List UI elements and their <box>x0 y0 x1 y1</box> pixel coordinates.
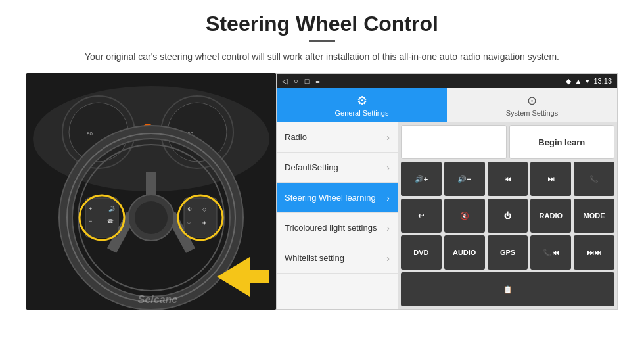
general-settings-icon: ⚙ <box>357 93 367 108</box>
title-divider <box>309 40 335 42</box>
mute-icon: 🔇 <box>460 212 469 220</box>
skip-forward-icon: ⏭⏭ <box>587 249 601 256</box>
tab-general-label: General Settings <box>335 109 389 117</box>
dvd-button[interactable]: DVD <box>401 235 442 270</box>
page-title: Steering Wheel Control <box>26 12 618 36</box>
android-panel: ◁ ○ □ ≡ ◆ ▲ ▾ 13:13 ⚙ General Settings <box>276 73 618 310</box>
return-icon: ↩ <box>418 212 424 220</box>
radio-label: RADIO <box>540 212 563 220</box>
svg-text:+: + <box>89 206 92 212</box>
left-menu: Radio › DefaultSetting › Steering Wheel … <box>277 122 398 309</box>
mode-label: MODE <box>584 212 605 220</box>
svg-text:80: 80 <box>87 131 93 137</box>
audio-label: AUDIO <box>453 249 476 256</box>
svg-text:◈: ◈ <box>202 220 207 226</box>
svg-rect-23 <box>184 198 217 237</box>
content-area: 80 60 + 🔊 − ☎ <box>26 73 618 310</box>
menu-item-default-setting[interactable]: DefaultSetting › <box>277 153 398 183</box>
status-bar: ◁ ○ □ ≡ ◆ ▲ ▾ 13:13 <box>277 74 617 88</box>
begin-learn-button[interactable]: Begin learn <box>509 125 615 159</box>
nav-menu-icon[interactable]: ≡ <box>315 77 319 85</box>
mode-button[interactable]: MODE <box>574 199 614 233</box>
wifi-icon: ▾ <box>586 77 589 85</box>
svg-text:☎: ☎ <box>107 218 114 224</box>
menu-buttons-area: Radio › DefaultSetting › Steering Wheel … <box>277 122 617 309</box>
status-bar-info: ◆ ▲ ▾ 13:13 <box>566 77 612 85</box>
svg-text:Seicane: Seicane <box>138 294 178 305</box>
audio-button[interactable]: AUDIO <box>444 235 485 270</box>
menu-item-tricoloured-label: Tricoloured light settings <box>285 223 386 233</box>
tab-system-label: System Settings <box>506 109 558 117</box>
menu-item-steering-label: Steering Wheel learning <box>285 193 386 203</box>
menu-item-radio[interactable]: Radio › <box>277 122 398 153</box>
mute-button[interactable]: 🔇 <box>444 199 485 233</box>
prev-icon: ⏮ <box>504 175 511 183</box>
menu-item-default-label: DefaultSetting <box>285 162 386 172</box>
tab-system-settings[interactable]: ⊙ System Settings <box>447 88 617 122</box>
vol-down-button[interactable]: 🔊− <box>444 162 485 196</box>
phone-icon: 📞 <box>589 175 599 183</box>
svg-text:−: − <box>89 218 92 224</box>
next-button[interactable]: ⏭ <box>530 162 571 196</box>
skip-forward-button[interactable]: ⏭⏭ <box>574 235 614 270</box>
status-bar-nav: ◁ ○ □ ≡ <box>282 77 320 85</box>
menu-item-radio-label: Radio <box>285 132 386 142</box>
button-row-3: ↩ 🔇 ⏻ RADIO MODE <box>401 199 614 233</box>
gps-label: GPS <box>500 249 515 256</box>
phone-prev-button[interactable]: 📞⏮ <box>530 235 571 270</box>
right-buttons-panel: Begin learn 🔊+ 🔊− ⏮ <box>398 122 617 309</box>
svg-text:🔊: 🔊 <box>108 206 115 212</box>
list-icon: 📋 <box>503 285 513 294</box>
svg-text:○: ○ <box>187 220 191 226</box>
nav-recent-icon[interactable]: □ <box>305 77 310 85</box>
radio-button[interactable]: RADIO <box>530 199 571 233</box>
menu-arrow-default: › <box>386 162 390 173</box>
button-row-1: Begin learn <box>401 125 614 159</box>
vol-up-button[interactable]: 🔊+ <box>401 162 442 196</box>
svg-text:◇: ◇ <box>202 206 207 212</box>
menu-arrow-steering: › <box>386 193 390 203</box>
menu-item-whitelist-label: Whitelist setting <box>285 253 386 263</box>
nav-back-icon[interactable]: ◁ <box>282 77 287 85</box>
menu-arrow-whitelist: › <box>386 253 390 264</box>
list-button[interactable]: 📋 <box>401 272 614 306</box>
status-time: 13:13 <box>593 77 612 85</box>
signal-icon: ▲ <box>575 77 582 85</box>
phone-button[interactable]: 📞 <box>574 162 614 196</box>
button-row-2: 🔊+ 🔊− ⏮ ⏭ 📞 <box>401 162 614 196</box>
menu-arrow-radio: › <box>386 132 390 143</box>
next-icon: ⏭ <box>547 175 555 183</box>
menu-item-whitelist[interactable]: Whitelist setting › <box>277 243 398 274</box>
button-row-5: 📋 <box>401 272 614 306</box>
page-subtitle: Your original car's steering wheel contr… <box>26 50 618 64</box>
steering-wheel-image: 80 60 + 🔊 − ☎ <box>26 73 276 310</box>
phone-prev-icon: 📞⏮ <box>543 249 559 257</box>
nav-home-icon[interactable]: ○ <box>294 77 298 85</box>
tab-general-settings[interactable]: ⚙ General Settings <box>277 88 447 122</box>
gps-button[interactable]: GPS <box>488 235 528 270</box>
return-button[interactable]: ↩ <box>401 199 442 233</box>
system-settings-icon: ⊙ <box>527 93 537 108</box>
vol-up-icon: 🔊+ <box>415 175 428 183</box>
menu-arrow-tricoloured: › <box>386 223 390 233</box>
menu-item-steering-wheel[interactable]: Steering Wheel learning › <box>277 183 398 213</box>
dvd-label: DVD <box>413 249 428 256</box>
vol-down-icon: 🔊− <box>457 175 471 183</box>
tab-bar: ⚙ General Settings ⊙ System Settings <box>277 88 617 122</box>
empty-field <box>401 125 507 159</box>
page-wrapper: Steering Wheel Control Your original car… <box>0 0 644 316</box>
button-row-4: DVD AUDIO GPS 📞⏮ ⏭⏭ <box>401 235 614 270</box>
prev-button[interactable]: ⏮ <box>488 162 528 196</box>
svg-point-17 <box>135 201 168 234</box>
location-icon: ◆ <box>566 77 571 85</box>
power-button[interactable]: ⏻ <box>488 199 528 233</box>
power-icon: ⏻ <box>504 212 511 220</box>
menu-item-tricoloured[interactable]: Tricoloured light settings › <box>277 213 398 243</box>
svg-text:⚙: ⚙ <box>187 206 192 212</box>
